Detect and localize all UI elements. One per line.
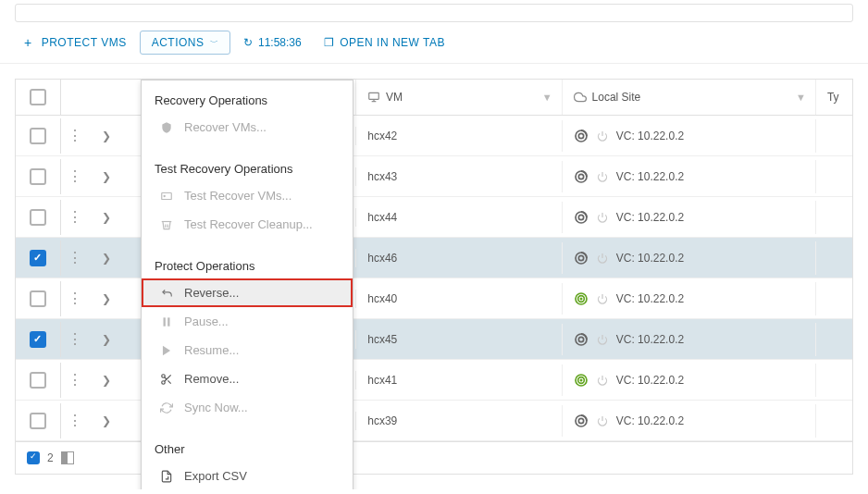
protect-vms-button[interactable]: + PROTECT VMS xyxy=(15,30,136,56)
svg-point-4 xyxy=(578,133,583,138)
row-local-site: VC: 10.22.0.2 xyxy=(563,119,816,153)
selection-count: 2 xyxy=(47,451,54,464)
row-checkbox[interactable] xyxy=(30,168,46,185)
row-checkbox-cell[interactable] xyxy=(16,200,61,235)
sync-status-icon xyxy=(574,251,589,266)
row-type-cell xyxy=(816,371,852,389)
row-type-cell xyxy=(816,249,852,267)
row-checkbox-cell[interactable] xyxy=(16,363,61,398)
chevron-right-icon[interactable]: ❯ xyxy=(102,211,111,224)
kebab-icon[interactable]: ⋮ xyxy=(68,330,82,348)
row-menu-cell[interactable]: ⋮ xyxy=(61,117,89,154)
svg-point-24 xyxy=(580,379,581,380)
row-checkbox-cell[interactable] xyxy=(16,118,61,154)
row-expand-cell[interactable]: ❯ xyxy=(89,283,125,315)
toolbar: + PROTECT VMS ACTIONS ﹀ ↻ 11:58:36 ❐ OPE… xyxy=(0,22,868,64)
row-expand-cell[interactable]: ❯ xyxy=(89,364,125,396)
row-menu-cell[interactable]: ⋮ xyxy=(61,321,89,357)
row-menu-cell[interactable]: ⋮ xyxy=(61,402,89,438)
header-local-label: Local Site xyxy=(592,91,641,104)
actions-dropdown-button[interactable]: ACTIONS ﹀ xyxy=(140,31,230,55)
row-checkbox-cell[interactable] xyxy=(16,403,61,438)
plus-icon: + xyxy=(24,35,32,50)
row-checkbox[interactable] xyxy=(30,372,46,389)
filter-icon[interactable]: ▼ xyxy=(542,92,552,103)
svg-point-13 xyxy=(578,255,583,260)
row-checkbox-cell[interactable] xyxy=(16,322,61,357)
row-local-site: VC: 10.22.0.2 xyxy=(563,201,816,234)
dropdown-item-export[interactable]: Export CSV xyxy=(142,462,353,489)
kebab-icon[interactable]: ⋮ xyxy=(68,412,82,429)
row-checkbox[interactable] xyxy=(30,413,46,429)
kebab-icon[interactable]: ⋮ xyxy=(68,290,82,307)
open-new-tab-button[interactable]: ❐ OPEN IN NEW TAB xyxy=(315,31,454,55)
chevron-right-icon[interactable]: ❯ xyxy=(102,414,111,427)
dropdown-item-cut[interactable]: Remove... xyxy=(142,364,353,393)
row-type-cell xyxy=(816,127,852,145)
row-expand-cell[interactable]: ❯ xyxy=(89,161,125,192)
dropdown-section-header: Other xyxy=(142,437,353,462)
refresh-icon xyxy=(158,401,175,414)
row-menu-cell[interactable]: ⋮ xyxy=(61,362,89,398)
selection-indicator-icon xyxy=(27,451,40,464)
header-vm-label: VM xyxy=(386,91,403,104)
row-checkbox-cell[interactable] xyxy=(16,281,61,316)
kebab-icon[interactable]: ⋮ xyxy=(68,371,82,389)
row-vm-name: hcx39 xyxy=(356,405,562,437)
cloud-icon xyxy=(574,91,587,104)
dropdown-item-undo[interactable]: Reverse... xyxy=(142,278,353,307)
chevron-right-icon[interactable]: ❯ xyxy=(102,170,111,183)
row-checkbox[interactable] xyxy=(30,331,46,348)
row-local-site: VC: 10.22.0.2 xyxy=(563,282,816,315)
dropdown-item-label: Recover VMs... xyxy=(184,120,267,134)
row-expand-cell[interactable]: ❯ xyxy=(89,324,125,355)
chevron-right-icon[interactable]: ❯ xyxy=(102,252,111,265)
kebab-icon[interactable]: ⋮ xyxy=(68,167,82,185)
row-expand-cell[interactable]: ❯ xyxy=(89,120,125,152)
chevron-right-icon[interactable]: ❯ xyxy=(102,130,111,142)
row-checkbox[interactable] xyxy=(30,209,46,226)
header-local-site[interactable]: Local Site ▼ xyxy=(563,80,816,115)
row-local-site: VC: 10.22.0.2 xyxy=(563,160,816,193)
row-checkbox[interactable] xyxy=(30,128,46,144)
row-checkbox-cell[interactable] xyxy=(16,159,61,194)
header-vm[interactable]: VM ▼ xyxy=(356,80,563,115)
row-expand-cell[interactable]: ❯ xyxy=(89,242,125,274)
row-menu-cell[interactable]: ⋮ xyxy=(61,199,89,235)
row-vm-name: hcx45 xyxy=(356,324,562,355)
row-checkbox-cell[interactable] xyxy=(16,241,61,276)
filter-icon[interactable]: ▼ xyxy=(796,92,806,103)
select-all-checkbox[interactable] xyxy=(30,89,46,105)
dropdown-item-play: Resume... xyxy=(142,336,353,364)
kebab-icon[interactable]: ⋮ xyxy=(68,127,82,144)
dropdown-item-label: Reverse... xyxy=(184,286,239,300)
kebab-icon[interactable]: ⋮ xyxy=(68,208,82,226)
chevron-right-icon[interactable]: ❯ xyxy=(102,292,111,305)
row-menu-cell[interactable]: ⋮ xyxy=(61,158,89,194)
row-vm-name: hcx42 xyxy=(356,120,562,152)
refresh-time[interactable]: ↻ 11:58:36 xyxy=(234,31,311,55)
svg-point-7 xyxy=(578,174,583,179)
column-toggle-button[interactable] xyxy=(61,451,74,464)
row-checkbox[interactable] xyxy=(30,290,46,307)
row-vm-name: hcx40 xyxy=(356,283,562,315)
chevron-right-icon[interactable]: ❯ xyxy=(102,374,111,387)
refresh-icon: ↻ xyxy=(243,36,253,49)
row-menu-cell[interactable]: ⋮ xyxy=(61,240,89,276)
sync-status-icon xyxy=(574,169,589,184)
row-checkbox[interactable] xyxy=(30,250,46,266)
row-expand-cell[interactable]: ❯ xyxy=(89,202,125,233)
dropdown-item-label: Resume... xyxy=(184,343,239,357)
time-label: 11:58:36 xyxy=(258,36,302,49)
row-menu-cell[interactable]: ⋮ xyxy=(61,280,89,316)
header-checkbox-cell[interactable] xyxy=(16,80,61,115)
header-type[interactable]: Ty xyxy=(816,80,852,115)
trash-icon xyxy=(158,218,175,231)
chevron-right-icon[interactable]: ❯ xyxy=(102,333,111,346)
cut-icon xyxy=(158,373,175,386)
row-type-cell xyxy=(816,290,852,308)
svg-rect-32 xyxy=(167,317,169,326)
row-expand-cell[interactable]: ❯ xyxy=(89,405,125,437)
kebab-icon[interactable]: ⋮ xyxy=(68,249,82,266)
dropdown-section: Test Recovery OperationsTest Recover VMs… xyxy=(142,149,353,246)
